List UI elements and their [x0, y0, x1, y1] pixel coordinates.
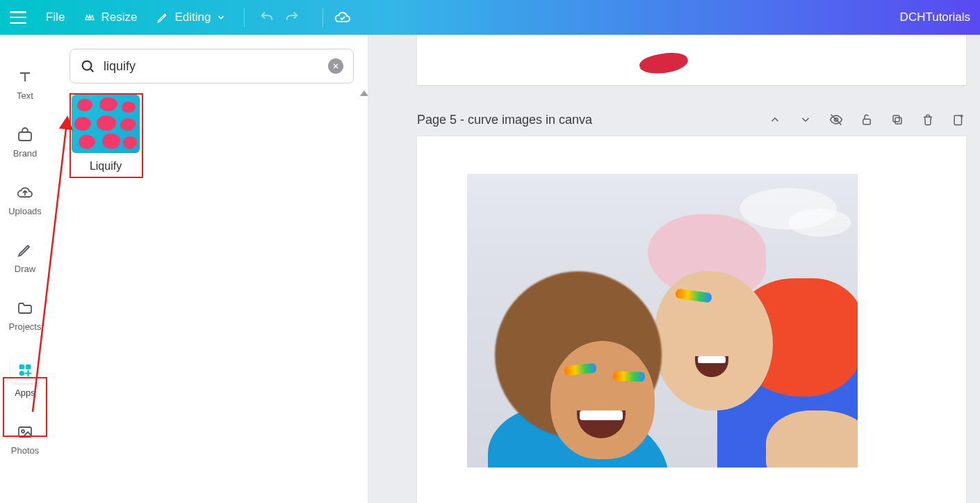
hide-page-button[interactable]: [828, 112, 844, 127]
scroll-up-icon[interactable]: [360, 90, 368, 99]
crown-icon: [84, 12, 95, 23]
search-input[interactable]: [104, 59, 320, 74]
divider: [322, 8, 323, 27]
close-icon: [332, 63, 339, 70]
svg-rect-1: [19, 365, 24, 369]
clear-search-button[interactable]: [328, 58, 343, 74]
top-bar: File Resize Editing DCHTutorials: [0, 0, 980, 35]
copy-icon: [891, 113, 904, 126]
svg-point-6: [83, 61, 92, 70]
resize-menu[interactable]: Resize: [84, 10, 137, 24]
apps-icon: [17, 362, 33, 378]
rail-label: Apps: [15, 388, 35, 398]
chevron-up-icon: [769, 113, 781, 126]
editing-menu[interactable]: Editing: [156, 10, 226, 24]
folder-icon: [17, 300, 33, 317]
divider: [244, 8, 245, 27]
draw-icon: [17, 242, 33, 259]
brand-label: DCHTutorials: [900, 10, 970, 24]
decorative-shape: [638, 49, 689, 77]
svg-rect-8: [863, 119, 871, 125]
editing-label: Editing: [174, 10, 211, 24]
page-previous-slice: [417, 35, 966, 85]
pencil-icon: [156, 11, 169, 24]
rail-item-apps[interactable]: Apps: [4, 357, 46, 398]
redo-button[interactable]: [279, 5, 304, 30]
rail-label: Draw: [15, 264, 35, 274]
svg-rect-11: [954, 115, 962, 125]
canvas-image[interactable]: [467, 174, 858, 468]
rail-label: Projects: [9, 321, 42, 332]
left-rail: Text Brand Uploads Draw Projects: [0, 35, 50, 503]
rail-label: Brand: [13, 148, 38, 159]
page-canvas[interactable]: [417, 136, 966, 503]
svg-rect-10: [893, 115, 899, 122]
rail-label: Text: [17, 90, 33, 101]
brand-icon: [17, 127, 33, 143]
rail-item-draw[interactable]: Draw: [4, 241, 46, 274]
uploads-icon: [17, 184, 33, 201]
svg-rect-9: [895, 118, 901, 124]
file-menu[interactable]: File: [46, 10, 65, 24]
move-page-down-button[interactable]: [798, 112, 813, 127]
app-thumbnail: [72, 95, 140, 153]
photos-icon: [17, 424, 33, 440]
rail-item-text[interactable]: Text: [4, 68, 46, 101]
side-panel: Liquify: [50, 35, 368, 503]
search-field[interactable]: [70, 49, 354, 83]
chevron-down-icon: [799, 113, 812, 126]
svg-point-5: [22, 430, 24, 433]
unlock-icon: [860, 113, 873, 126]
app-result-label: Liquify: [70, 160, 142, 173]
canvas-area[interactable]: Page 5 - curve images in canva: [368, 35, 980, 503]
page-toolbar: Page 5 - curve images in canva: [417, 107, 966, 132]
svg-rect-2: [26, 365, 31, 369]
search-icon: [80, 58, 95, 74]
text-icon: [17, 69, 33, 86]
lock-page-button[interactable]: [859, 112, 874, 127]
rail-item-brand[interactable]: Brand: [4, 126, 46, 159]
eye-off-icon: [829, 113, 843, 127]
add-page-icon: [952, 113, 965, 126]
undo-button[interactable]: [254, 5, 279, 30]
add-page-button[interactable]: [951, 112, 966, 127]
page-title[interactable]: Page 5 - curve images in canva: [417, 113, 592, 127]
redo-icon: [284, 10, 300, 25]
chevron-down-icon: [216, 13, 226, 22]
trash-icon: [922, 113, 934, 126]
rail-item-uploads[interactable]: Uploads: [4, 184, 46, 216]
resize-label: Resize: [101, 10, 137, 24]
rail-item-photos[interactable]: Photos: [4, 423, 46, 456]
undo-icon: [259, 10, 275, 25]
app-result-liquify[interactable]: Liquify: [70, 95, 142, 173]
delete-page-button[interactable]: [920, 112, 936, 127]
menu-icon[interactable]: [10, 11, 26, 24]
rail-item-projects[interactable]: Projects: [4, 299, 46, 332]
move-page-up-button[interactable]: [767, 112, 783, 127]
svg-rect-3: [19, 371, 24, 376]
cloud-check-icon: [334, 9, 351, 26]
rail-label: Photos: [11, 445, 39, 456]
rail-label: Uploads: [8, 206, 42, 216]
svg-rect-0: [19, 132, 31, 141]
duplicate-page-button[interactable]: [890, 112, 905, 127]
cloud-sync-button[interactable]: [330, 5, 355, 30]
